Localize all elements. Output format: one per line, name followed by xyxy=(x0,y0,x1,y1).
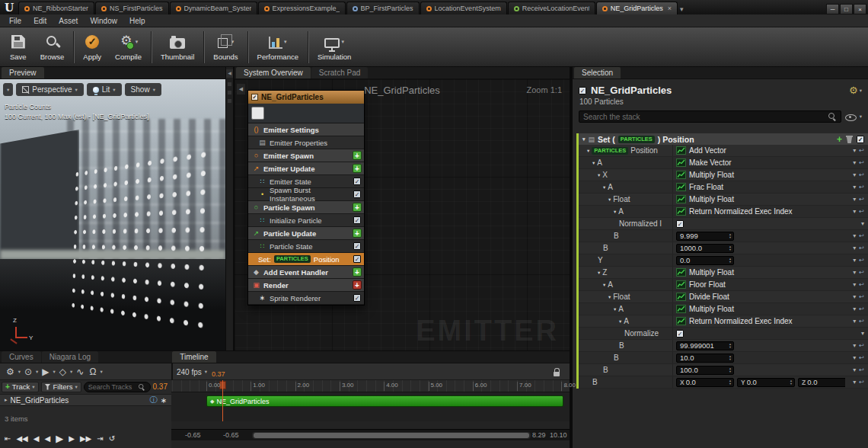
number-input[interactable]: 10.0▲▼ xyxy=(676,354,734,363)
dropdown-icon[interactable]: ▾ xyxy=(853,171,856,178)
asset-tab[interactable]: NE_RibbonStarter xyxy=(18,2,94,14)
stack-row[interactable]: ▾AFrac Float▾↩ xyxy=(579,181,868,194)
dropdown-icon[interactable]: ▾ xyxy=(853,306,856,312)
expander-icon[interactable]: ▾ xyxy=(587,148,589,154)
number-input[interactable]: Z0.0▲▼ xyxy=(798,378,845,387)
dropdown-icon[interactable]: ▾ xyxy=(853,269,856,276)
dropdown-icon[interactable]: ▾ xyxy=(853,232,856,239)
play-button[interactable]: ▶ xyxy=(56,433,63,444)
spinner-icon[interactable]: ▲▼ xyxy=(729,258,732,264)
prev-key-button[interactable]: ◀ xyxy=(34,434,40,443)
show-button[interactable]: Show▾ xyxy=(125,83,161,96)
module-enabled-checkbox[interactable]: ✓ xyxy=(353,294,361,302)
visibility-icon[interactable]: ⊙ xyxy=(23,366,34,377)
stack-row[interactable]: B10.0▲▼▾↩ xyxy=(579,352,868,364)
reset-icon[interactable]: ↩ xyxy=(859,245,864,251)
track-row[interactable]: ▸ NE_GridParticles ⓘ ∗ xyxy=(0,394,171,406)
stack-row[interactable]: Normalized I✓▾ xyxy=(579,218,868,230)
menu-asset[interactable]: Asset xyxy=(53,17,84,25)
number-input[interactable]: 100.0▲▼ xyxy=(676,366,734,375)
perspective-button[interactable]: Perspective▾ xyxy=(16,83,84,96)
play-reverse-button[interactable]: ◀ xyxy=(44,434,50,443)
spinner-icon[interactable]: ▲▼ xyxy=(729,245,732,251)
expander-icon[interactable]: ▾ xyxy=(608,197,611,203)
expander-icon[interactable]: ▾ xyxy=(614,306,616,312)
minimize-button[interactable]: ─ xyxy=(826,4,839,14)
dynamic-input-label[interactable]: Multiply Float xyxy=(689,171,734,179)
expander-icon[interactable]: ▾ xyxy=(608,294,611,300)
number-input[interactable]: 1000.0▲▼ xyxy=(676,244,734,253)
dropdown-icon[interactable]: ▾ xyxy=(853,196,856,203)
playhead-line[interactable] xyxy=(222,380,223,421)
key-diamond-icon[interactable]: ◆ xyxy=(210,398,214,405)
stack-row[interactable]: Y0.0▲▼▾↩ xyxy=(579,254,868,267)
reset-icon[interactable]: ↩ xyxy=(859,281,864,288)
tab-scroll-icon[interactable]: ▾ xyxy=(680,5,684,13)
dropdown-icon[interactable]: ▾ xyxy=(853,208,856,215)
add-module-button[interactable]: + xyxy=(353,203,362,212)
module-enabled-checkbox[interactable]: ✓ xyxy=(353,190,361,198)
expander-icon[interactable]: ▾ xyxy=(598,172,600,178)
stack-row[interactable]: ▾FloatMultiply Float▾↩ xyxy=(579,194,868,206)
dropdown-icon[interactable]: ▾ xyxy=(861,330,864,337)
dropdown-icon[interactable]: ▾ xyxy=(861,220,864,227)
dynamic-input-label[interactable]: Multiply Float xyxy=(689,268,734,277)
enabled-checkbox[interactable]: ✓ xyxy=(251,94,258,101)
save-button[interactable]: Save xyxy=(3,29,34,66)
step-forward-button[interactable]: ▶ xyxy=(69,434,75,443)
spinner-icon[interactable]: ▲▼ xyxy=(729,367,732,373)
fps-dropdown[interactable]: 240 fps ▾ xyxy=(177,363,207,380)
number-input[interactable]: 0.0▲▼ xyxy=(676,256,734,265)
delete-icon[interactable] xyxy=(846,135,853,143)
module-enabled-checkbox[interactable]: ✓ xyxy=(353,242,361,250)
dynamic-input-label[interactable]: Multiply Float xyxy=(689,195,734,203)
stack-row[interactable]: ▾PARTICLESPositionAdd Vector▾↩ xyxy=(579,145,868,157)
module-enabled-checkbox[interactable]: ✓ xyxy=(353,216,361,224)
dropdown-icon[interactable]: ▾ xyxy=(853,147,856,154)
dynamic-input-label[interactable]: Multiply Float xyxy=(689,305,734,313)
stack-row[interactable]: Normalize✓▾ xyxy=(579,328,868,340)
asset-tab[interactable]: DynamicBeam_System xyxy=(170,2,257,14)
expander-icon[interactable]: ▾ xyxy=(603,282,605,288)
asset-tab[interactable]: LocationEventSystem xyxy=(420,2,507,14)
emitter-track-bar[interactable]: ◆ NE_GridParticles xyxy=(206,395,563,407)
spinner-icon[interactable]: ▲▼ xyxy=(729,355,732,361)
tab-curves[interactable]: Curves xyxy=(2,351,41,363)
spinner-icon[interactable]: ▲▼ xyxy=(790,379,793,386)
lit-button[interactable]: Lit▾ xyxy=(87,83,122,96)
expander-icon[interactable]: ▾ xyxy=(619,318,621,325)
reset-icon[interactable]: ↩ xyxy=(859,379,864,386)
expander-icon[interactable]: ▾ xyxy=(582,136,586,142)
viewport-options-button[interactable]: ▾ xyxy=(3,83,13,96)
dropdown-icon[interactable]: ▾ xyxy=(853,318,856,325)
dropdown-caret-icon[interactable]: ▾ xyxy=(284,39,287,45)
dropdown-icon[interactable]: ▾ xyxy=(853,379,856,386)
tab-scratch-pad[interactable]: Scratch Pad xyxy=(311,67,368,78)
number-input[interactable]: 99.999001▲▼ xyxy=(676,341,734,350)
reset-icon[interactable]: ↩ xyxy=(859,269,864,276)
add-parameter-icon[interactable]: + xyxy=(837,136,842,143)
track-tools-icon[interactable]: ⚙ xyxy=(5,366,16,377)
menu-help[interactable]: Help xyxy=(123,17,152,25)
stack-row[interactable]: ▾XMultiply Float▾↩ xyxy=(579,169,868,181)
preview-viewport[interactable]: ▾Perspective▾Lit▾Show▾ Particle Counts 1… xyxy=(0,79,225,350)
add-module-button[interactable]: + xyxy=(353,151,362,160)
tab-selection[interactable]: Selection xyxy=(574,67,621,78)
timeline-ruler[interactable]: 0.001.002.003.004.005.006.007.008.00 xyxy=(171,380,570,392)
dropdown-icon[interactable]: ▾ xyxy=(853,366,856,373)
reset-icon[interactable]: ↩ xyxy=(859,366,864,373)
node-row[interactable]: ()Emitter Settings xyxy=(248,123,364,136)
next-key-button[interactable]: ▶▶ xyxy=(80,434,91,443)
menu-file[interactable]: File xyxy=(3,17,27,25)
asset-tab[interactable]: BP_FirstParticles xyxy=(346,2,420,14)
reset-icon[interactable]: ↩ xyxy=(859,159,864,166)
add-module-button[interactable]: + xyxy=(353,164,362,173)
system-overview-graph[interactable]: ◀ NE_GridParticles Zoom 1:1 ✓ NE_GridPar… xyxy=(235,79,570,350)
number-input[interactable]: Y0.0▲▼ xyxy=(737,378,795,387)
reset-icon[interactable]: ↩ xyxy=(859,257,864,264)
asset-tab[interactable]: NS_FirstParticles xyxy=(95,2,169,14)
stack-row[interactable]: B100.0▲▼▾↩ xyxy=(579,364,868,376)
jump-back-button[interactable]: ◀◀ xyxy=(16,434,27,443)
dynamic-input-label[interactable]: Add Vector xyxy=(689,146,726,155)
node-row[interactable]: ∷Particle State✓ xyxy=(248,240,364,253)
